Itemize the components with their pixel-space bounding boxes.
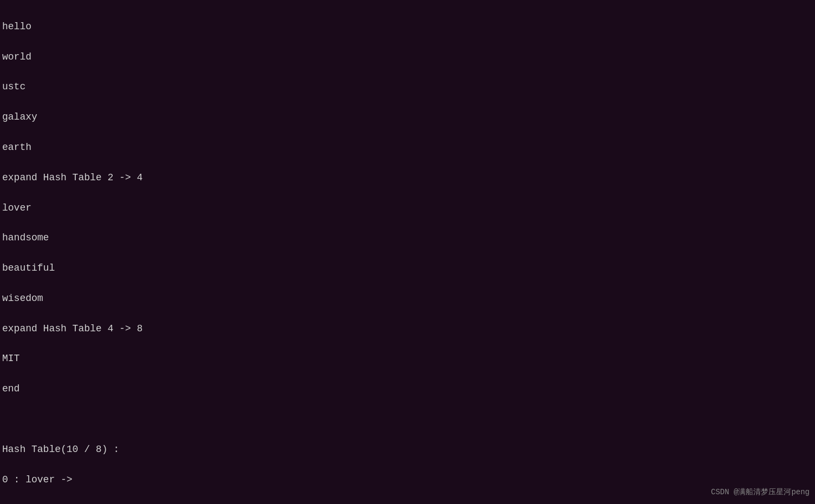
terminal-line: world [2,50,813,65]
terminal-line: MIT [2,351,813,366]
terminal-line: end [2,382,813,397]
terminal-line: lover [2,201,813,216]
terminal-line: beautiful [2,261,813,276]
terminal-line: ustc [2,80,813,95]
terminal-line: expand Hash Table 4 -> 8 [2,322,813,337]
terminal-line: expand Hash Table 2 -> 4 [2,171,813,186]
terminal-line: handsome [2,231,813,246]
terminal-line: earth [2,140,813,155]
terminal-line: Hash Table(10 / 8) : [2,442,813,457]
terminal-output: hello world ustc galaxy earth expand Has… [2,4,813,504]
terminal-line: wisedom [2,291,813,306]
terminal-line: galaxy [2,110,813,125]
watermark: CSDN @满船清梦压星河peng [711,487,810,499]
terminal-line: hello [2,19,813,35]
terminal-line: 0 : lover -> [2,473,813,488]
